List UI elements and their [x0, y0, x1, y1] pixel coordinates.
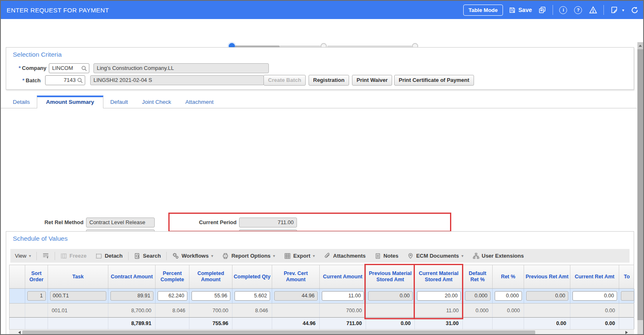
info-icon[interactable]: i: [559, 5, 568, 14]
company-label: *Company: [19, 65, 46, 71]
warning-icon[interactable]: [589, 5, 598, 14]
registration-button[interactable]: Registration: [309, 75, 349, 86]
chevron-down-icon: ▾: [29, 254, 31, 258]
user-extensions-button[interactable]: User Extensions: [473, 253, 524, 259]
current-amount-input[interactable]: 11.00: [322, 291, 364, 301]
edit-form-icon[interactable]: [610, 5, 619, 14]
total-contract-amount-value: 8,789.91: [108, 321, 155, 326]
col-header-previous-material-stored-amt[interactable]: Previous Material Stored Amt: [366, 265, 415, 288]
col-header-current-amount[interactable]: Current Amount: [320, 265, 366, 288]
magnifier-lookup-icon[interactable]: [81, 65, 87, 72]
freeze-icon: [60, 253, 67, 259]
col-header-current-material-stored-amt[interactable]: Current Material Stored Amt: [415, 265, 463, 288]
save-floppy-icon: [509, 7, 516, 14]
vertical-scrollbar-thumb[interactable]: [637, 49, 643, 320]
grid-header-row: Sort Order Task Contract Amount Percent …: [9, 265, 634, 289]
col-header-percent-complete[interactable]: Percent Complete: [156, 265, 189, 288]
tab-joint-check[interactable]: Joint Check: [135, 96, 178, 108]
completed-qty-input[interactable]: 5.602: [235, 291, 270, 301]
percent-complete-value: 8.046: [156, 308, 189, 313]
horizontal-scrollbar-thumb[interactable]: [22, 330, 535, 335]
chevron-down-icon: ▾: [273, 254, 275, 258]
chevron-down-icon: ▾: [461, 254, 463, 258]
qbe-filter-button[interactable]: [42, 252, 49, 259]
export-menu[interactable]: Export▾: [284, 253, 315, 259]
row-selector-cell[interactable]: [10, 289, 25, 303]
company-name-field: Ling's Construction Company.LL: [93, 63, 269, 73]
ecm-documents-menu[interactable]: ECM Documents▾: [407, 253, 463, 259]
table-row[interactable]: 001.01 8,700.00 8.046 700.00 8.046 700.0…: [9, 303, 634, 317]
toolbar-separator: [128, 252, 129, 260]
copy-pages-icon[interactable]: [538, 5, 547, 14]
completed-amount-input[interactable]: 55.96: [192, 291, 230, 301]
total-current-material-stored-amt-value: 31.00: [415, 321, 462, 326]
total-current-amount-value: 711.00: [320, 321, 366, 326]
qbe-filter-icon: [42, 252, 49, 259]
total-completed-amount-value: 755.96: [189, 321, 232, 326]
toolbar-separator: [36, 252, 37, 260]
scroll-right-arrow[interactable]: [625, 331, 628, 334]
vertical-scrollbar[interactable]: [637, 42, 643, 335]
col-header-contract-amount[interactable]: Contract Amount: [108, 265, 156, 288]
scroll-left-arrow[interactable]: [18, 331, 21, 334]
ret-rel-method-field: Contract Level Release: [86, 218, 155, 227]
batch-input[interactable]: 7143: [45, 75, 85, 85]
view-menu[interactable]: View▾: [15, 253, 31, 259]
col-header-completed-amount[interactable]: Completed Amount: [189, 265, 232, 288]
toolbar-separator: [166, 252, 167, 260]
report-options-menu[interactable]: Report Options▾: [222, 253, 275, 259]
tab-details[interactable]: Details: [6, 96, 37, 108]
col-header-sort-order[interactable]: Sort Order: [25, 265, 48, 288]
col-header-completed-qty[interactable]: Completed Qty: [232, 265, 272, 288]
contract-amount-field: 89.91: [110, 291, 153, 301]
tab-amount-summary[interactable]: Amount Summary: [37, 96, 103, 108]
save-button[interactable]: Save: [509, 7, 532, 14]
col-header-previous-ret-amt[interactable]: Previous Ret Amt: [524, 265, 570, 288]
previous-material-stored-amt-field: 0.00: [368, 291, 413, 301]
workflows-menu[interactable]: Workflows▾: [172, 252, 213, 259]
batch-desc-field: LINGSHI2 2021-02-04 S: [90, 75, 264, 85]
refresh-icon[interactable]: [630, 5, 639, 14]
toolbar-separator: [55, 252, 55, 260]
ret-input[interactable]: 0.000: [495, 291, 522, 301]
col-header-current-ret-amt[interactable]: Current Ret Amt: [570, 265, 619, 288]
company-input[interactable]: LINCOM: [49, 63, 89, 73]
col-header-ret[interactable]: Ret %: [493, 265, 524, 288]
detach-button[interactable]: Detach: [96, 253, 122, 259]
notes-button[interactable]: Notes: [375, 253, 398, 259]
application-window: ENTER REQUEST FOR PAYMENT Table Mode Sav…: [0, 0, 644, 335]
dropdown-caret-icon[interactable]: ▾: [622, 8, 624, 12]
row-selector-cell[interactable]: [10, 304, 25, 317]
task-field: 000.T1: [50, 291, 106, 301]
col-header-prev-cert-amount[interactable]: Prev. Cert Amount: [272, 265, 320, 288]
progress-train: Enter Request for Payment Print Edit Lis…: [1, 19, 637, 45]
table-row-selected[interactable]: 1 000.T1 89.91 62.240 55.96 5.602 44.96 …: [9, 289, 634, 303]
percent-complete-input[interactable]: 62.240: [158, 291, 187, 301]
current-ret-amt-input[interactable]: 0.00: [572, 291, 617, 301]
current-material-stored-amt-value: 11.00: [415, 308, 462, 313]
print-certificate-of-payment-button[interactable]: Print Certificate of Payment: [394, 75, 474, 86]
print-waiver-button[interactable]: Print Waiver: [352, 75, 392, 86]
help-icon[interactable]: ?: [574, 5, 583, 14]
report-printer-icon: [222, 253, 229, 259]
completed-amount-value: 700.00: [189, 308, 232, 313]
attachments-button[interactable]: Attachments: [324, 253, 366, 259]
sort-order-field: 1: [27, 291, 46, 301]
ret-value: 0.000: [493, 308, 524, 313]
scroll-up-button[interactable]: [637, 42, 643, 49]
tab-attachment[interactable]: Attachment: [178, 96, 220, 108]
col-header-default-ret[interactable]: Default Ret %: [463, 265, 493, 288]
col-header-truncated[interactable]: To: [619, 265, 634, 288]
tab-default[interactable]: Default: [103, 96, 135, 108]
truncated-field: [621, 291, 634, 301]
current-material-stored-amt-input[interactable]: 20.00: [417, 291, 461, 301]
search-button[interactable]: Search: [134, 253, 161, 259]
page-title: ENTER REQUEST FOR PAYMENT: [7, 7, 109, 14]
magnifier-lookup-icon[interactable]: [77, 77, 83, 84]
col-header-task[interactable]: Task: [48, 265, 108, 288]
table-mode-button[interactable]: Table Mode: [463, 5, 503, 16]
attachments-paperclip-icon: [324, 253, 330, 259]
search-icon: [134, 253, 141, 259]
horizontal-scrollbar[interactable]: [9, 329, 634, 335]
titlebar-separator: [553, 5, 553, 15]
